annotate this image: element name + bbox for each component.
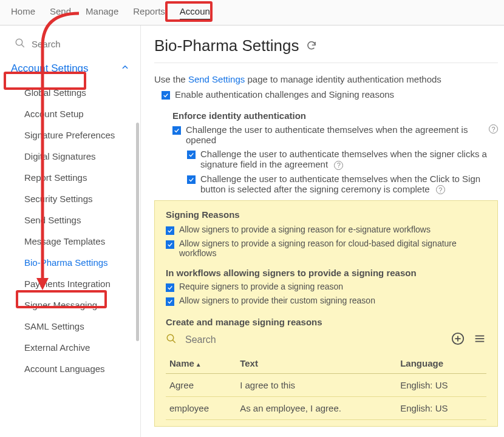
sidebar-nav-list: Global Settings Account Setup Signature … bbox=[0, 80, 140, 382]
page-title-text: Bio-Pharma Settings bbox=[154, 36, 299, 55]
checkbox-enable-auth[interactable] bbox=[162, 91, 170, 100]
sidebar-item-security-settings[interactable]: Security Settings bbox=[0, 188, 140, 209]
sidebar-item-account-setup[interactable]: Account Setup bbox=[0, 103, 140, 124]
send-settings-link[interactable]: Send Settings bbox=[188, 74, 245, 84]
signing-reasons-panel: Signing Reasons Allow signers to provide… bbox=[154, 200, 498, 427]
sidebar-item-saml-settings[interactable]: SAML Settings bbox=[0, 316, 140, 337]
svg-line-3 bbox=[172, 340, 175, 343]
sidebar-item-digital-signatures[interactable]: Digital Signatures bbox=[0, 146, 140, 167]
help-icon[interactable]: ? bbox=[489, 124, 498, 134]
allow-custom-label: Allow signers to provide their custom si… bbox=[179, 296, 375, 305]
nav-home[interactable]: Home bbox=[11, 6, 35, 20]
sidebar-item-account-languages[interactable]: Account Languages bbox=[0, 358, 140, 379]
checkbox-challenge-sigfield[interactable] bbox=[187, 151, 196, 159]
sidebar-item-send-settings[interactable]: Send Settings bbox=[0, 209, 140, 231]
refresh-icon[interactable] bbox=[306, 36, 317, 55]
col-language[interactable]: Language bbox=[397, 353, 486, 374]
intro-text: Use the Send Settings page to manage ide… bbox=[154, 74, 498, 84]
table-row[interactable]: Agree I agree to this English: US bbox=[166, 374, 486, 397]
reasons-table: Name▲ Text Language Agree I agree to thi… bbox=[166, 353, 486, 420]
checkbox-allow-esig[interactable] bbox=[166, 226, 174, 235]
workflows-heading: In workflows allowing signers to provide… bbox=[166, 268, 486, 278]
table-row[interactable]: employee As an employee, I agree. Englis… bbox=[166, 397, 486, 420]
signing-reasons-heading: Signing Reasons bbox=[166, 209, 486, 220]
sidebar-item-bio-pharma-settings[interactable]: Bio-Pharma Settings bbox=[0, 252, 140, 273]
sidebar-item-message-templates[interactable]: Message Templates bbox=[0, 231, 140, 252]
sidebar-section-label: Account Settings bbox=[11, 63, 89, 75]
hamburger-menu-icon[interactable] bbox=[473, 332, 486, 347]
sidebar-section-account-settings[interactable]: Account Settings bbox=[0, 58, 140, 80]
nav-manage[interactable]: Manage bbox=[86, 6, 118, 20]
top-nav: Home Send Manage Reports Account bbox=[0, 0, 504, 25]
chevron-up-icon bbox=[121, 63, 129, 75]
sidebar-item-global-settings[interactable]: Global Settings bbox=[0, 82, 140, 103]
col-text[interactable]: Text bbox=[236, 353, 397, 374]
svg-line-1 bbox=[21, 44, 24, 47]
nav-send[interactable]: Send bbox=[50, 6, 71, 20]
sidebar-item-external-archive[interactable]: External Archive bbox=[0, 337, 140, 358]
nav-reports[interactable]: Reports bbox=[133, 6, 165, 20]
allow-cloud-label: Allow signers to provide a signing reaso… bbox=[179, 239, 486, 258]
help-icon[interactable]: ? bbox=[334, 161, 343, 170]
add-reason-button[interactable] bbox=[451, 332, 465, 347]
svg-point-2 bbox=[167, 334, 174, 341]
checkbox-challenge-open[interactable] bbox=[172, 126, 181, 135]
sidebar-item-signature-preferences[interactable]: Signature Preferences bbox=[0, 124, 140, 146]
enable-auth-label: Enable authentication challenges and Sig… bbox=[175, 89, 394, 100]
sidebar-scrollbar[interactable] bbox=[136, 123, 139, 341]
sidebar-item-payments-integration[interactable]: Payments Integration bbox=[0, 273, 140, 294]
sort-asc-icon: ▲ bbox=[196, 361, 202, 368]
require-reason-label: Require signers to provide a signing rea… bbox=[179, 282, 343, 291]
page-title: Bio-Pharma Settings bbox=[154, 36, 498, 63]
search-icon bbox=[15, 38, 26, 50]
sidebar-search-input[interactable] bbox=[32, 39, 117, 49]
reason-search-input[interactable] bbox=[185, 334, 443, 345]
checkbox-challenge-clicktosign[interactable] bbox=[187, 175, 196, 184]
col-name[interactable]: Name▲ bbox=[166, 353, 236, 374]
sidebar: Account Settings Global Settings Account… bbox=[0, 25, 141, 437]
help-icon[interactable]: ? bbox=[436, 185, 445, 194]
search-icon bbox=[166, 333, 177, 346]
sidebar-item-signer-messaging[interactable]: Signer Messaging bbox=[0, 294, 140, 316]
allow-esig-label: Allow signers to provide a signing reaso… bbox=[179, 225, 431, 234]
challenge-sigfield-label: Challenge the user to authenticate thems… bbox=[200, 149, 487, 169]
create-reasons-heading: Create and manage signing reasons bbox=[166, 317, 486, 327]
challenge-open-label: Challenge the user to authenticate thems… bbox=[186, 124, 480, 145]
nav-account[interactable]: Account bbox=[180, 6, 213, 20]
content-area: Bio-Pharma Settings Use the Send Setting… bbox=[141, 25, 504, 437]
checkbox-allow-custom[interactable] bbox=[166, 297, 174, 306]
sidebar-item-report-settings[interactable]: Report Settings bbox=[0, 167, 140, 188]
checkbox-allow-cloud[interactable] bbox=[166, 240, 174, 249]
checkbox-require-reason[interactable] bbox=[166, 283, 174, 292]
svg-point-0 bbox=[16, 39, 22, 46]
enforce-identity-heading: Enforce identity authentication bbox=[172, 110, 498, 121]
